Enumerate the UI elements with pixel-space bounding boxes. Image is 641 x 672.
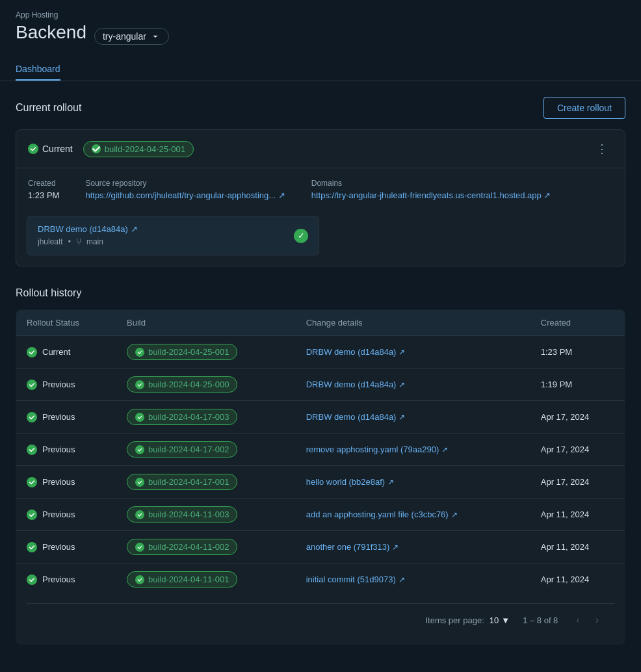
commit-link-text: DRBW demo (d14a84a) bbox=[38, 224, 128, 234]
prev-page-button[interactable]: ‹ bbox=[571, 612, 584, 628]
card-top-left: Current build-2024-04-25-001 bbox=[28, 141, 194, 157]
table-footer: Items per page: 10 ▼ 1 – 8 of 8 ‹ › bbox=[16, 595, 625, 645]
table-build-dot bbox=[135, 478, 144, 487]
status-green-dot bbox=[27, 542, 37, 552]
table-header-row: Rollout Status Build Change details Crea… bbox=[16, 310, 625, 336]
source-repo-group: Source repository https://github.com/jhu… bbox=[85, 179, 285, 200]
cell-created: 1:23 PM bbox=[530, 336, 625, 368]
cell-status: Previous bbox=[16, 433, 117, 466]
change-text: initial commit (51d9073) bbox=[306, 575, 396, 584]
cell-build: build-2024-04-17-002 bbox=[116, 433, 296, 466]
table-row: Current build-2024-04-25-001 DRBW demo (… bbox=[16, 336, 625, 368]
source-repo-link[interactable]: https://github.com/jhuleatt/try-angular-… bbox=[85, 190, 285, 200]
cell-change: another one (791f313) ↗ bbox=[296, 531, 530, 563]
create-rollout-button[interactable]: Create rollout bbox=[543, 97, 625, 119]
change-link[interactable]: remove apphosting.yaml (79aa290) ↗ bbox=[306, 445, 520, 454]
more-options-button[interactable]: ⋮ bbox=[591, 139, 613, 159]
change-link[interactable]: DRBW demo (d14a84a) ↗ bbox=[306, 347, 520, 357]
source-repo-label: Source repository bbox=[85, 179, 285, 188]
build-check-icon bbox=[92, 144, 101, 153]
table-build-check bbox=[137, 545, 142, 550]
change-text: hello world (bb2e8af) bbox=[306, 477, 385, 487]
change-link[interactable]: add an apphosting.yaml file (c3cbc76) ↗ bbox=[306, 510, 520, 519]
row-check-icon bbox=[29, 446, 35, 453]
table-build-dot bbox=[135, 380, 144, 389]
cell-status: Previous bbox=[16, 531, 117, 563]
header: App Hosting Backend try-angular Dashboar… bbox=[0, 0, 641, 81]
status-text: Previous bbox=[42, 380, 75, 389]
change-external-icon: ↗ bbox=[399, 348, 405, 357]
cell-change: add an apphosting.yaml file (c3cbc76) ↗ bbox=[296, 498, 530, 531]
change-link[interactable]: another one (791f313) ↗ bbox=[306, 542, 520, 552]
cell-created: Apr 17, 2024 bbox=[530, 401, 625, 433]
table-build-label: build-2024-04-17-001 bbox=[148, 477, 229, 487]
rollout-status-label: Current bbox=[42, 144, 73, 154]
table-build-check bbox=[137, 577, 142, 582]
change-link[interactable]: DRBW demo (d14a84a) ↗ bbox=[306, 380, 520, 389]
status-text: Previous bbox=[42, 542, 75, 552]
change-text: add an apphosting.yaml file (c3cbc76) bbox=[306, 510, 449, 519]
table-build-label: build-2024-04-25-000 bbox=[148, 380, 229, 389]
build-badge-label: build-2024-04-25-001 bbox=[105, 144, 185, 154]
created-value: 1:23 PM bbox=[28, 190, 59, 200]
cell-status: Previous bbox=[16, 563, 117, 596]
pagination-range: 1 – 8 of 8 bbox=[523, 615, 558, 625]
change-link[interactable]: DRBW demo (d14a84a) ↗ bbox=[306, 412, 520, 422]
cell-build: build-2024-04-11-001 bbox=[116, 563, 296, 596]
card-details: Created 1:23 PM Source repository https:… bbox=[16, 168, 625, 211]
table-build-check bbox=[137, 350, 142, 355]
rollout-status-badge: Current bbox=[28, 144, 73, 154]
per-page-select[interactable]: 10 ▼ bbox=[490, 615, 510, 625]
chevron-down-icon bbox=[150, 31, 161, 42]
change-link[interactable]: initial commit (51d9073) ↗ bbox=[306, 575, 520, 584]
table-build-check bbox=[137, 382, 142, 387]
status-green-dot bbox=[27, 445, 37, 455]
status-text: Previous bbox=[42, 412, 75, 422]
col-created: Created bbox=[530, 310, 625, 336]
status-green-dot bbox=[27, 477, 37, 487]
next-page-button[interactable]: › bbox=[590, 612, 604, 628]
table-row: Previous build-2024-04-25-000 DRBW demo … bbox=[16, 368, 625, 401]
status-cell: Previous bbox=[27, 445, 106, 455]
table-build-check bbox=[137, 512, 142, 517]
cell-created: Apr 11, 2024 bbox=[530, 498, 625, 531]
app-hosting-label: App Hosting bbox=[16, 10, 625, 19]
cell-created: Apr 11, 2024 bbox=[530, 563, 625, 596]
status-text: Current bbox=[42, 347, 70, 357]
table-build-badge: build-2024-04-25-000 bbox=[127, 376, 237, 393]
table-build-dot bbox=[135, 413, 144, 422]
backend-title: Backend bbox=[16, 22, 86, 43]
external-link-icon2: ↗ bbox=[543, 190, 551, 200]
table-build-badge: build-2024-04-11-001 bbox=[127, 571, 237, 588]
status-cell: Previous bbox=[27, 542, 106, 552]
cell-build: build-2024-04-17-003 bbox=[116, 401, 296, 433]
table-build-check bbox=[137, 480, 142, 485]
per-page-chevron: ▼ bbox=[501, 615, 510, 625]
external-link-icon: ↗ bbox=[278, 190, 285, 200]
status-cell: Current bbox=[27, 347, 106, 357]
pagination-row: Items per page: 10 ▼ 1 – 8 of 8 ‹ › bbox=[16, 595, 625, 645]
card-top: Current build-2024-04-25-001 ⋮ bbox=[16, 130, 625, 168]
status-text: Previous bbox=[42, 445, 75, 454]
change-link[interactable]: hello world (bb2e8af) ↗ bbox=[306, 477, 520, 487]
history-table-body: Current build-2024-04-25-001 DRBW demo (… bbox=[16, 336, 625, 596]
build-dot bbox=[92, 144, 101, 153]
pagination-items: Items per page: 10 ▼ bbox=[425, 615, 510, 625]
table-row: Previous build-2024-04-11-001 initial co… bbox=[16, 563, 625, 596]
domains-link[interactable]: https://try-angular-jhuleatt-friendlyeat… bbox=[311, 190, 551, 200]
created-group: Created 1:23 PM bbox=[28, 179, 59, 200]
cell-status: Previous bbox=[16, 401, 117, 433]
branch-selector[interactable]: try-angular bbox=[94, 28, 169, 45]
row-check-icon bbox=[29, 576, 35, 583]
cell-build: build-2024-04-17-001 bbox=[116, 466, 296, 498]
cell-build: build-2024-04-25-001 bbox=[116, 336, 296, 368]
cell-status: Previous bbox=[16, 466, 117, 498]
status-cell: Previous bbox=[27, 477, 106, 487]
commit-link[interactable]: DRBW demo (d14a84a) ↗ bbox=[38, 224, 138, 234]
change-external-icon: ↗ bbox=[392, 543, 399, 552]
status-cell: Previous bbox=[27, 380, 106, 390]
cell-change: initial commit (51d9073) ↗ bbox=[296, 563, 530, 596]
tab-dashboard[interactable]: Dashboard bbox=[16, 58, 60, 81]
main-content: Current rollout Create rollout Current b… bbox=[0, 81, 641, 660]
change-external-icon: ↗ bbox=[387, 478, 394, 487]
